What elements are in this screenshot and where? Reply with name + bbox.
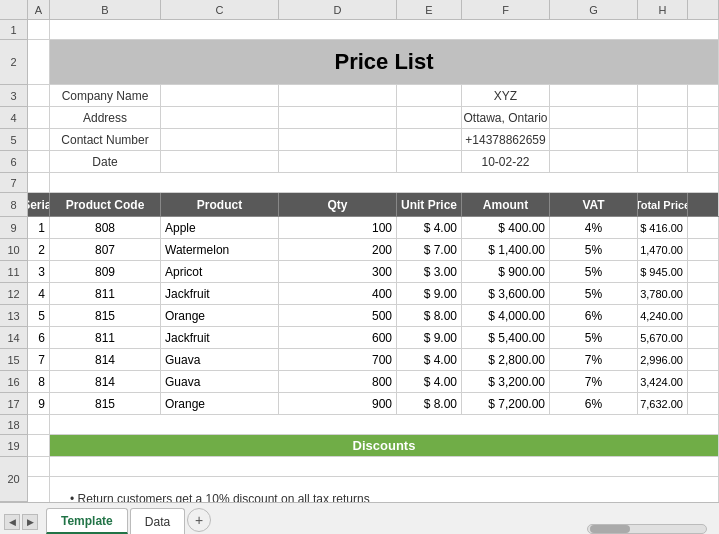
grid-row-2: Price List xyxy=(28,40,719,85)
r5-c xyxy=(161,129,279,150)
d7-product: Guava xyxy=(161,349,279,370)
d9-vat: 6% xyxy=(550,393,638,414)
row-15: 15 xyxy=(0,349,27,371)
col-header-a[interactable]: A xyxy=(28,0,50,19)
data-row-8: 8 814 Guava 800 $ 4.00 $ 3,200.00 7% $ 3… xyxy=(28,371,719,393)
d5-qty: 500 xyxy=(279,305,397,326)
d2-serial: 2 xyxy=(28,239,50,260)
row-13: 13 xyxy=(0,305,27,327)
d8-code: 814 xyxy=(50,371,161,392)
d9-rest xyxy=(688,393,719,414)
address-label: Address xyxy=(50,107,161,128)
spreadsheet-area: 1 2 3 4 5 6 7 8 9 10 11 12 13 14 15 16 1… xyxy=(0,20,719,502)
d8-amount: $ 3,200.00 xyxy=(462,371,550,392)
d6-unit: $ 9.00 xyxy=(397,327,462,348)
r6-d xyxy=(279,151,397,172)
nav-arrow-left[interactable]: ◀ xyxy=(4,514,20,530)
d4-total: $ 3,780.00 xyxy=(638,283,688,304)
col-header-d[interactable]: D xyxy=(279,0,397,19)
grid-row-3: Company Name XYZ xyxy=(28,85,719,107)
grid-row-6: Date 10-02-22 xyxy=(28,151,719,173)
d4-qty: 400 xyxy=(279,283,397,304)
d1-product: Apple xyxy=(161,217,279,238)
data-row-3: 3 809 Apricot 300 $ 3.00 $ 900.00 5% $ 9… xyxy=(28,261,719,283)
discounts-header: Discounts xyxy=(50,435,719,456)
d4-serial: 4 xyxy=(28,283,50,304)
r6-rest xyxy=(688,151,719,172)
d2-vat: 5% xyxy=(550,239,638,260)
d7-serial: 7 xyxy=(28,349,50,370)
r20-a xyxy=(28,457,50,476)
row-16: 16 xyxy=(0,371,27,393)
r6-h xyxy=(638,151,688,172)
col-header-b[interactable]: B xyxy=(50,0,161,19)
col-header-g[interactable]: G xyxy=(550,0,638,19)
nav-arrow-right[interactable]: ▶ xyxy=(22,514,38,530)
d7-qty: 700 xyxy=(279,349,397,370)
d3-product: Apricot xyxy=(161,261,279,282)
d4-vat: 5% xyxy=(550,283,638,304)
row-20: 20 xyxy=(0,457,27,502)
company-name-value: XYZ xyxy=(462,85,550,106)
tab-data[interactable]: Data xyxy=(130,508,185,534)
header-vat: VAT xyxy=(550,193,638,216)
row-3: 3 xyxy=(0,85,27,107)
d8-unit: $ 4.00 xyxy=(397,371,462,392)
scrollbar-thumb xyxy=(590,525,630,533)
d7-unit: $ 4.00 xyxy=(397,349,462,370)
grid-row-1 xyxy=(28,20,719,40)
r8-rest xyxy=(688,193,719,216)
row-9: 9 xyxy=(0,217,27,239)
d1-rest xyxy=(688,217,719,238)
d1-serial: 1 xyxy=(28,217,50,238)
col-header-c[interactable]: C xyxy=(161,0,279,19)
d4-unit: $ 9.00 xyxy=(397,283,462,304)
r4-a xyxy=(28,107,50,128)
d5-serial: 5 xyxy=(28,305,50,326)
d6-rest xyxy=(688,327,719,348)
d8-total: $ 3,424.00 xyxy=(638,371,688,392)
d5-vat: 6% xyxy=(550,305,638,326)
r4-c xyxy=(161,107,279,128)
d8-vat: 7% xyxy=(550,371,638,392)
row-1: 1 xyxy=(0,20,27,40)
data-row-6: 6 811 Jackfruit 600 $ 9.00 $ 5,400.00 5%… xyxy=(28,327,719,349)
horizontal-scrollbar[interactable] xyxy=(587,524,707,534)
d9-code: 815 xyxy=(50,393,161,414)
col-header-e[interactable]: E xyxy=(397,0,462,19)
header-total-price: Total Price xyxy=(638,193,688,216)
contact-label: Contact Number xyxy=(50,129,161,150)
d7-rest xyxy=(688,349,719,370)
r18-rest xyxy=(50,415,719,434)
r5-rest xyxy=(688,129,719,150)
add-sheet-button[interactable]: + xyxy=(187,508,211,532)
d9-amount: $ 7,200.00 xyxy=(462,393,550,414)
row-num-spacer xyxy=(0,0,28,19)
tab-template[interactable]: Template xyxy=(46,508,128,534)
d1-total: $ 416.00 xyxy=(638,217,688,238)
col-header-f[interactable]: F xyxy=(462,0,550,19)
address-value: Ottawa, Ontario xyxy=(462,107,550,128)
header-serial: Serial xyxy=(28,193,50,216)
d7-total: $ 2,996.00 xyxy=(638,349,688,370)
col-header-h[interactable]: H xyxy=(638,0,688,19)
d6-amount: $ 5,400.00 xyxy=(462,327,550,348)
row-11: 11 xyxy=(0,261,27,283)
d5-code: 815 xyxy=(50,305,161,326)
d4-amount: $ 3,600.00 xyxy=(462,283,550,304)
r7-rest xyxy=(50,173,719,192)
row-10: 10 xyxy=(0,239,27,261)
r3-d xyxy=(279,85,397,106)
d5-unit: $ 8.00 xyxy=(397,305,462,326)
d5-rest xyxy=(688,305,719,326)
d1-vat: 4% xyxy=(550,217,638,238)
d4-product: Jackfruit xyxy=(161,283,279,304)
d9-product: Orange xyxy=(161,393,279,414)
row-18: 18 xyxy=(0,415,27,435)
r6-g xyxy=(550,151,638,172)
r3-h xyxy=(638,85,688,106)
d7-amount: $ 2,800.00 xyxy=(462,349,550,370)
d2-amount: $ 1,400.00 xyxy=(462,239,550,260)
d1-code: 808 xyxy=(50,217,161,238)
d1-unit: $ 4.00 xyxy=(397,217,462,238)
